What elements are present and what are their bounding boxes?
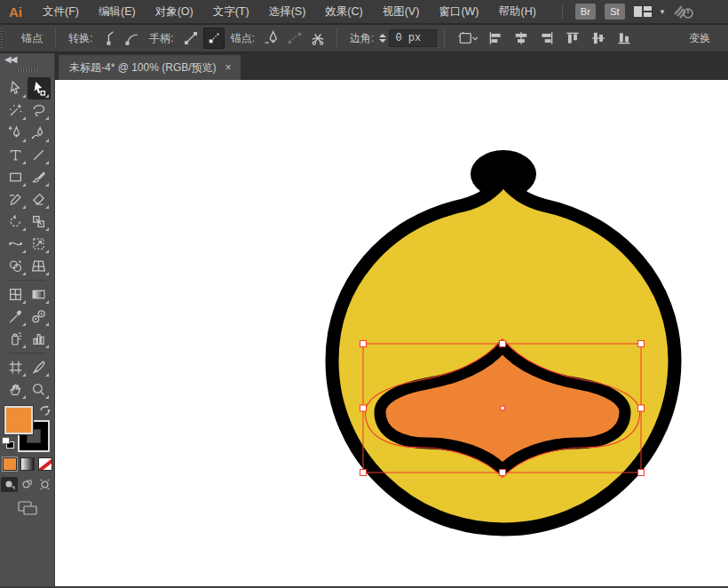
connect-anchors-button[interactable]	[284, 28, 305, 49]
align-center-vertical-button[interactable]	[588, 28, 609, 49]
show-handles-button[interactable]	[180, 28, 202, 49]
draw-inside-mode-button[interactable]	[36, 477, 53, 492]
drawing-mode-buttons	[0, 477, 54, 492]
menu-bar: Ai 文件(F) 编辑(E) 对象(O) 文字(T) 选择(S) 效果(C) 视…	[0, 0, 728, 25]
eyedropper-tool[interactable]	[4, 306, 28, 328]
shaper-tool[interactable]	[4, 188, 28, 211]
line-segment-tool[interactable]	[28, 144, 51, 166]
none-button[interactable]	[38, 457, 52, 471]
transform-label[interactable]: 变换	[684, 31, 716, 46]
bridge-button[interactable]: Br	[575, 4, 596, 20]
touch-workspace-icon[interactable]	[673, 4, 694, 20]
blend-tool[interactable]	[28, 306, 51, 328]
selection-handle[interactable]	[360, 341, 367, 347]
chevron-down-icon[interactable]: ▾	[661, 7, 665, 16]
selection-handle[interactable]	[360, 405, 367, 411]
artwork	[55, 80, 728, 586]
tools-panel: ◀◀	[0, 53, 55, 586]
corner-radius-input[interactable]	[389, 29, 437, 47]
align-left-button[interactable]	[485, 28, 506, 49]
pen-tool[interactable]	[4, 122, 28, 144]
zoom-tool[interactable]	[28, 378, 51, 401]
menubar-separator	[562, 4, 563, 19]
selection-handle[interactable]	[500, 470, 506, 476]
menu-select[interactable]: 选择(S)	[259, 0, 316, 23]
menu-file[interactable]: 文件(F)	[33, 0, 89, 23]
width-tool[interactable]	[4, 233, 28, 255]
eraser-tool[interactable]	[28, 188, 51, 211]
default-fill-stroke-icon[interactable]	[2, 437, 14, 449]
hide-handles-button[interactable]	[203, 28, 225, 49]
menu-effect[interactable]: 效果(C)	[315, 0, 372, 23]
document-tab[interactable]: 未标题-4* @ 100% (RGB/预览) ×	[59, 55, 241, 80]
fill-stroke-area	[0, 404, 54, 454]
selection-handle[interactable]	[638, 405, 645, 411]
align-center-horizontal-button[interactable]	[510, 28, 532, 49]
handles-label: 手柄:	[149, 31, 173, 46]
hand-tool[interactable]	[4, 378, 28, 401]
mesh-tool[interactable]	[4, 283, 28, 306]
draw-normal-mode-button[interactable]	[1, 477, 18, 492]
anchor-panel-label: 锚点	[21, 31, 43, 46]
convert-label: 转换:	[68, 31, 92, 46]
symbol-sprayer-tool[interactable]	[4, 328, 28, 350]
rectangle-tool[interactable]	[4, 166, 28, 188]
menu-edit[interactable]: 编辑(E)	[89, 0, 146, 23]
controlbar-grip[interactable]	[1, 28, 7, 48]
menu-object[interactable]: 对象(O)	[146, 0, 203, 23]
menu-window[interactable]: 窗口(W)	[429, 0, 488, 23]
menu-type[interactable]: 文字(T)	[203, 0, 259, 23]
anchors-label: 锚点:	[231, 31, 255, 46]
paint-style-buttons	[0, 457, 54, 471]
type-tool[interactable]	[4, 144, 28, 166]
free-transform-tool[interactable]	[28, 233, 51, 255]
selection-handle[interactable]	[500, 341, 506, 347]
corner-label: 边角:	[350, 31, 374, 46]
lasso-tool[interactable]	[28, 99, 51, 122]
align-right-button[interactable]	[536, 28, 558, 49]
selection-handle[interactable]	[360, 470, 367, 476]
gradient-button[interactable]	[20, 457, 35, 471]
magic-wand-tool[interactable]	[4, 99, 28, 122]
selection-handle[interactable]	[638, 470, 645, 476]
isolate-object-button[interactable]	[453, 28, 483, 49]
selection-center-point	[501, 406, 505, 410]
artboard-canvas[interactable]	[55, 80, 728, 586]
slice-tool[interactable]	[28, 356, 51, 378]
tab-close-icon[interactable]: ×	[226, 61, 232, 74]
workspace-switcher-icon[interactable]	[634, 5, 652, 18]
gradient-tool[interactable]	[28, 283, 51, 306]
document-tab-title: 未标题-4* @ 100% (RGB/预览)	[69, 60, 217, 75]
perspective-grid-tool[interactable]	[28, 255, 51, 277]
selection-handle[interactable]	[638, 341, 645, 347]
cut-path-button[interactable]	[307, 28, 328, 49]
align-top-button[interactable]	[562, 28, 583, 49]
corner-stepper[interactable]	[379, 34, 386, 43]
artboard-tool[interactable]	[4, 356, 28, 378]
color-button[interactable]	[3, 457, 17, 471]
collapse-panel-icon[interactable]: ◀◀	[0, 53, 54, 66]
swap-fill-stroke-icon[interactable]	[39, 404, 51, 420]
shape-builder-tool[interactable]	[4, 255, 28, 277]
tool-grid	[0, 77, 54, 401]
rotate-tool[interactable]	[4, 211, 28, 233]
remove-anchor-button[interactable]	[261, 28, 282, 49]
illustrator-logo: Ai	[0, 4, 33, 20]
column-graph-tool[interactable]	[28, 328, 51, 350]
control-bar: 锚点 转换: 手柄: 锚点: 边角:	[0, 25, 728, 53]
convert-to-corner-button[interactable]	[99, 28, 120, 49]
menu-view[interactable]: 视图(V)	[373, 0, 430, 23]
stock-button[interactable]: St	[605, 4, 625, 20]
paintbrush-tool[interactable]	[28, 166, 51, 188]
curvature-tool[interactable]	[28, 122, 51, 144]
draw-behind-mode-button[interactable]	[19, 477, 36, 492]
menu-help[interactable]: 帮助(H)	[489, 0, 546, 23]
selection-tool[interactable]	[4, 77, 28, 99]
convert-to-smooth-button[interactable]	[122, 28, 143, 49]
fill-color-swatch[interactable]	[4, 406, 33, 434]
scale-tool[interactable]	[28, 211, 51, 233]
direct-selection-tool[interactable]	[28, 77, 51, 99]
screen-mode-icon[interactable]	[16, 499, 39, 517]
panel-grip[interactable]	[17, 68, 38, 72]
align-bottom-button[interactable]	[613, 28, 635, 49]
